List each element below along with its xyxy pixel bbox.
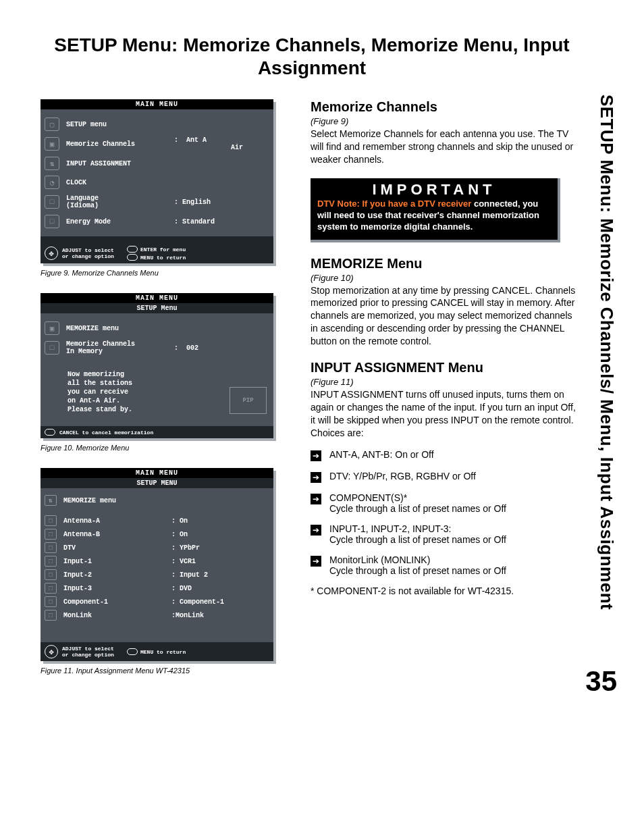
fig10-caption: Figure 10. Memorize Menu bbox=[41, 444, 290, 452]
menu-item-label: SETUP menu bbox=[66, 121, 167, 128]
menu-pill-icon bbox=[127, 254, 138, 261]
menu-item-label: Input-1 bbox=[63, 558, 165, 565]
fig11-osd: MAIN MENU SETUP MENU ⇅MEMORIZE menu □Ant… bbox=[41, 468, 273, 661]
osd-footer: CANCEL to cancel memorization bbox=[41, 426, 273, 438]
menu-item-label: Language (Idioma) bbox=[66, 194, 167, 209]
footer-hint: ENTER for menu bbox=[140, 246, 186, 253]
menu-item-value: : DVD bbox=[171, 585, 267, 592]
menu-item-value: : VCR1 bbox=[171, 558, 267, 565]
menu-item-label: MonLink bbox=[63, 612, 165, 619]
screen-icon: ▢ bbox=[45, 118, 59, 131]
important-box: IMPORTANT DTV Note: If you have a DTV re… bbox=[311, 178, 560, 242]
menu-item-label: MEMORIZE menu bbox=[66, 325, 167, 332]
box-icon: □ bbox=[45, 583, 57, 594]
box-icon: □ bbox=[45, 529, 57, 540]
menu-pill-icon bbox=[127, 648, 138, 655]
menu-item-value: : On bbox=[171, 517, 267, 525]
footer-hint: MENU to return bbox=[140, 255, 186, 261]
menu-item-label: Component-1 bbox=[63, 598, 165, 606]
energy-icon: □ bbox=[45, 215, 59, 228]
osd-footer: ✥ ADJUST to select or change option MENU… bbox=[41, 642, 273, 661]
box-icon: □ bbox=[45, 556, 57, 567]
input-choice-list: ➔ANT-A, ANT-B: On or Off ➔DTV: Y/Pb/Pr, … bbox=[311, 449, 576, 576]
memorize-icon: ▣ bbox=[45, 321, 59, 335]
page-number: 35 bbox=[585, 665, 617, 698]
enter-pill-icon bbox=[127, 246, 138, 253]
fig9-osd: MAIN MENU ▢SETUP menu ▣Memorize Channels… bbox=[41, 99, 273, 263]
menu-item-value: : Input 2 bbox=[171, 571, 267, 579]
pip-box: PIP bbox=[230, 387, 267, 414]
menu-item-label: Memorize Channels In Memory bbox=[66, 340, 167, 355]
fig9-caption: Figure 9. Memorize Channels Menu bbox=[41, 269, 290, 277]
osd-header: MAIN MENU bbox=[41, 99, 273, 109]
menu-item-value: : 002 bbox=[174, 344, 267, 352]
box-icon: □ bbox=[45, 542, 57, 553]
list-item: MonitorLink (MONLINK) Cycle through a li… bbox=[329, 554, 506, 576]
memorize-icon: ▣ bbox=[45, 137, 59, 151]
osd-header: MAIN MENU bbox=[41, 468, 273, 478]
menu-item-label: DTV bbox=[63, 544, 165, 552]
box-icon: □ bbox=[45, 610, 57, 621]
menu-item-label: Antenna-B bbox=[63, 531, 165, 538]
menu-item-value: :MonLink bbox=[171, 612, 267, 619]
menu-item-label: INPUT ASSIGNMENT bbox=[66, 160, 167, 167]
footer-hint: MENU to return bbox=[140, 649, 186, 655]
input-icon: ⇅ bbox=[45, 157, 59, 170]
footer-hint: CANCEL to cancel memorization bbox=[59, 429, 153, 436]
section-text: Stop memorization at any time by pressin… bbox=[311, 284, 576, 348]
sidebar-title: SETUP Menu: Memorize Channels/ Menu, Inp… bbox=[596, 95, 617, 702]
menu-item-label: Input-2 bbox=[63, 571, 165, 579]
menu-item-label: Input-3 bbox=[63, 585, 165, 592]
section-title-input-assignment: INPUT ASSIGNMENT Menu bbox=[311, 360, 576, 375]
arrow-icon: ➔ bbox=[311, 450, 321, 461]
fig10-osd: MAIN MENU SETUP Menu ▣MEMORIZE menu □Mem… bbox=[41, 293, 273, 438]
osd-footer: ✥ ADJUST to select or change option ENTE… bbox=[41, 243, 273, 263]
list-item: DTV: Y/Pb/Pr, RGB, RGBHV or Off bbox=[329, 471, 476, 481]
menu-item-value: : On bbox=[171, 531, 267, 538]
right-column: Memorize Channels (Figure 9) Select Memo… bbox=[311, 99, 617, 691]
osd-header: MAIN MENU bbox=[41, 293, 273, 303]
menu-item-label: Energy Mode bbox=[66, 218, 167, 226]
menu-item-label: CLOCK bbox=[66, 179, 167, 186]
clock-icon: ◔ bbox=[45, 176, 59, 189]
list-item: COMPONENT(S)* Cycle through a list of pr… bbox=[329, 492, 506, 514]
dpad-icon: ✥ bbox=[45, 645, 58, 658]
arrow-icon: ➔ bbox=[311, 494, 321, 504]
figure-reference: (Figure 11) bbox=[311, 377, 576, 387]
menu-item-value: : Standard bbox=[174, 218, 267, 226]
fig11-caption: Figure 11. Input Assignment Menu WT-4231… bbox=[41, 667, 290, 675]
arrow-icon: ➔ bbox=[311, 556, 321, 567]
memorize-progress-text: Now memorizing all the stations you can … bbox=[68, 370, 132, 414]
important-dtv-prefix: DTV Note: If you have a DTV receiver bbox=[317, 199, 471, 209]
box-icon: □ bbox=[45, 596, 57, 607]
menu-item-label: Antenna-A bbox=[63, 517, 165, 525]
section-text: Select Memorize Channels for each antenn… bbox=[311, 128, 576, 166]
page-title: SETUP Menu: Memorize Channels, Memorize … bbox=[41, 34, 617, 79]
menu-item-value: : Component-1 bbox=[171, 598, 267, 606]
language-icon: □ bbox=[45, 195, 59, 209]
section-title-memorize-channels: Memorize Channels bbox=[311, 99, 576, 115]
menu-item-value: : English bbox=[174, 199, 267, 206]
list-item: INPUT-1, INPUT-2, INPUT-3: Cycle through… bbox=[329, 523, 506, 545]
arrow-icon: ➔ bbox=[311, 472, 321, 483]
figure-reference: (Figure 10) bbox=[311, 273, 576, 283]
important-title: IMPORTANT bbox=[317, 181, 551, 199]
footnote: * COMPONENT-2 is not available for WT-42… bbox=[311, 585, 576, 596]
footer-hint: ADJUST to select or change option bbox=[62, 646, 123, 658]
section-text: INPUT ASSIGNMENT turns off unused inputs… bbox=[311, 388, 576, 440]
menu-item-label: Memorize Channels bbox=[66, 140, 167, 148]
menu-item-label: MEMORIZE menu bbox=[63, 497, 165, 504]
cancel-pill-icon bbox=[45, 429, 55, 436]
osd-subheader: SETUP Menu bbox=[41, 303, 273, 313]
dpad-icon: ✥ bbox=[45, 246, 58, 260]
section-title-memorize-menu: MEMORIZE Menu bbox=[311, 256, 576, 271]
figure-reference: (Figure 9) bbox=[311, 116, 576, 126]
osd-subheader: SETUP MENU bbox=[41, 478, 273, 488]
arrow-icon: ➔ bbox=[311, 525, 321, 536]
menu-item-value: : YPbPr bbox=[171, 544, 267, 552]
memory-icon: □ bbox=[45, 341, 59, 355]
box-icon: □ bbox=[45, 569, 57, 580]
list-item: ANT-A, ANT-B: On or Off bbox=[329, 449, 434, 460]
footer-hint: ADJUST to select or change option bbox=[62, 247, 123, 259]
box-icon: □ bbox=[45, 515, 57, 526]
